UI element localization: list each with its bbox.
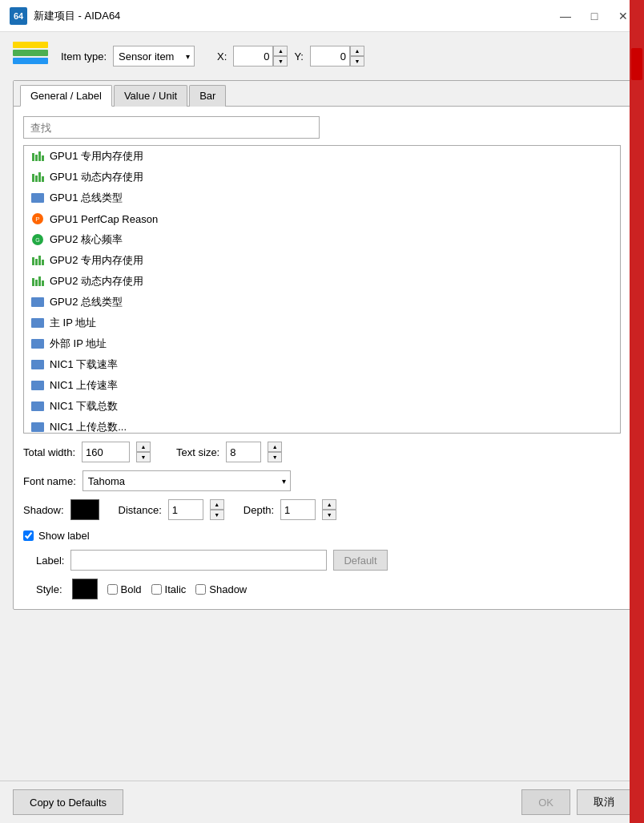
depth-spin-down[interactable]: ▼ bbox=[322, 510, 336, 520]
right-strip-element bbox=[631, 48, 642, 80]
text-size-spinner: ▲ ▼ bbox=[268, 442, 282, 462]
tab-bar: General / Label Value / Unit Bar bbox=[14, 81, 630, 107]
list-item[interactable]: GPU2 动态内存使用 bbox=[24, 271, 620, 292]
distance-input[interactable] bbox=[168, 499, 203, 520]
shadow-style-checkbox[interactable] bbox=[195, 584, 206, 595]
shadow-row: Shadow: Distance: ▲ ▼ Depth: ▲ ▼ bbox=[23, 499, 621, 520]
label-input[interactable] bbox=[70, 550, 327, 571]
x-spin-down[interactable]: ▼ bbox=[273, 56, 288, 67]
sensor-label: NIC1 上传总数... bbox=[50, 420, 127, 434]
width-size-row: Total width: ▲ ▼ Text size: ▲ ▼ bbox=[23, 442, 621, 462]
memory-icon bbox=[30, 171, 45, 183]
logo-line-green bbox=[13, 50, 48, 56]
text-size-spin-down[interactable]: ▼ bbox=[268, 452, 282, 462]
depth-spin-up[interactable]: ▲ bbox=[322, 499, 336, 510]
italic-label[interactable]: Italic bbox=[165, 583, 187, 595]
network-icon bbox=[30, 401, 45, 412]
memory-icon bbox=[30, 255, 45, 266]
tab-panel: General / Label Value / Unit Bar GPU1 专用… bbox=[13, 80, 631, 610]
total-width-spinner: ▲ ▼ bbox=[136, 442, 151, 462]
cancel-button[interactable]: 取消 bbox=[577, 789, 631, 815]
tab-general-label[interactable]: General / Label bbox=[20, 85, 112, 107]
sensor-label: 主 IP 地址 bbox=[50, 316, 96, 330]
default-button[interactable]: Default bbox=[333, 550, 387, 571]
total-width-spin-up[interactable]: ▲ bbox=[136, 442, 151, 452]
list-item[interactable]: NIC1 上传总数... bbox=[24, 417, 620, 434]
list-item[interactable]: 外部 IP 地址 bbox=[24, 333, 620, 354]
shadow-color-swatch[interactable] bbox=[70, 499, 99, 520]
item-type-row: Item type: Sensor item X: ▲ ▼ Y: ▲ ▼ bbox=[13, 42, 631, 71]
list-item[interactable]: 主 IP 地址 bbox=[24, 313, 620, 333]
list-item[interactable]: GPU2 专用内存使用 bbox=[24, 250, 620, 271]
list-item[interactable]: NIC1 下载速率 bbox=[24, 354, 620, 375]
bold-label[interactable]: Bold bbox=[121, 583, 142, 595]
sensor-label: GPU1 PerfCap Reason bbox=[50, 213, 158, 225]
x-input[interactable] bbox=[233, 46, 273, 67]
y-spin-up[interactable]: ▲ bbox=[350, 46, 364, 56]
bold-checkbox[interactable] bbox=[107, 584, 118, 595]
distance-label: Distance: bbox=[119, 504, 162, 516]
network-icon bbox=[30, 380, 45, 391]
show-label-checkbox[interactable] bbox=[23, 531, 34, 541]
italic-check-item: Italic bbox=[151, 583, 187, 595]
tab-value-unit[interactable]: Value / Unit bbox=[114, 85, 187, 107]
search-input[interactable] bbox=[23, 116, 320, 139]
style-row: Style: Bold Italic Shadow bbox=[23, 579, 621, 599]
total-width-spin-down[interactable]: ▼ bbox=[136, 452, 151, 462]
logo-line-blue bbox=[13, 58, 48, 64]
ok-button[interactable]: OK bbox=[521, 789, 570, 815]
show-label-text[interactable]: Show label bbox=[38, 530, 90, 542]
shadow-style-label[interactable]: Shadow bbox=[209, 583, 247, 595]
sensor-label: GPU2 专用内存使用 bbox=[50, 253, 143, 268]
font-name-label: Font name: bbox=[23, 475, 76, 487]
aida-logo bbox=[13, 42, 48, 71]
sensor-label: NIC1 上传速率 bbox=[50, 378, 118, 393]
copy-to-defaults-button[interactable]: Copy to Defaults bbox=[13, 789, 123, 815]
distance-spin-down[interactable]: ▼ bbox=[210, 510, 224, 520]
text-size-spin-up[interactable]: ▲ bbox=[268, 442, 282, 452]
total-width-label: Total width: bbox=[23, 446, 75, 458]
list-item[interactable]: NIC1 上传速率 bbox=[24, 375, 620, 396]
list-item[interactable]: P GPU1 PerfCap Reason bbox=[24, 208, 620, 229]
item-type-select-wrapper: Sensor item bbox=[113, 46, 195, 67]
distance-spin-up[interactable]: ▲ bbox=[210, 499, 224, 510]
list-item[interactable]: NIC1 下载总数 bbox=[24, 396, 620, 417]
minimize-button[interactable]: — bbox=[554, 7, 577, 25]
y-spin-down[interactable]: ▼ bbox=[350, 56, 364, 67]
window-title: 新建项目 - AIDA64 bbox=[34, 9, 554, 23]
logo-line-yellow bbox=[13, 42, 48, 48]
perfcap-icon: P bbox=[30, 213, 45, 224]
bold-check-item: Bold bbox=[107, 583, 142, 595]
bus-icon bbox=[30, 297, 45, 308]
maximize-button[interactable]: □ bbox=[583, 7, 606, 25]
item-type-select[interactable]: Sensor item bbox=[113, 46, 195, 67]
list-item[interactable]: GPU1 动态内存使用 bbox=[24, 167, 620, 188]
style-label: Style: bbox=[36, 583, 62, 595]
font-name-select[interactable]: Tahoma bbox=[83, 470, 291, 491]
list-item[interactable]: GPU1 专用内存使用 bbox=[24, 146, 620, 167]
x-spin-up[interactable]: ▲ bbox=[273, 46, 288, 56]
gpu2-icon: G bbox=[30, 234, 45, 245]
sensor-list[interactable]: GPU1 专用内存使用 GPU1 动态内存使用 GP bbox=[23, 145, 621, 434]
distance-spinner: ▲ ▼ bbox=[210, 499, 224, 520]
italic-checkbox[interactable] bbox=[151, 584, 162, 595]
total-width-input[interactable] bbox=[82, 442, 130, 462]
x-spinner: ▲ ▼ bbox=[273, 46, 288, 67]
network-icon bbox=[30, 359, 45, 370]
label-field-label: Label: bbox=[36, 555, 64, 567]
font-name-row: Font name: Tahoma bbox=[23, 470, 621, 491]
list-item[interactable]: G GPU2 核心频率 bbox=[24, 229, 620, 250]
style-color-swatch[interactable] bbox=[72, 579, 98, 599]
y-input-group: ▲ ▼ bbox=[310, 46, 364, 67]
y-input[interactable] bbox=[310, 46, 350, 67]
list-item[interactable]: GPU2 总线类型 bbox=[24, 292, 620, 313]
text-size-input[interactable] bbox=[226, 442, 261, 462]
x-label: X: bbox=[217, 50, 227, 63]
tab-bar[interactable]: Bar bbox=[189, 85, 226, 107]
sensor-label: GPU1 专用内存使用 bbox=[50, 149, 143, 163]
sensor-label: GPU1 动态内存使用 bbox=[50, 170, 143, 184]
app-icon: 64 bbox=[10, 7, 27, 25]
list-item[interactable]: GPU1 总线类型 bbox=[24, 188, 620, 208]
memory-icon bbox=[30, 276, 45, 287]
depth-input[interactable] bbox=[280, 499, 316, 520]
